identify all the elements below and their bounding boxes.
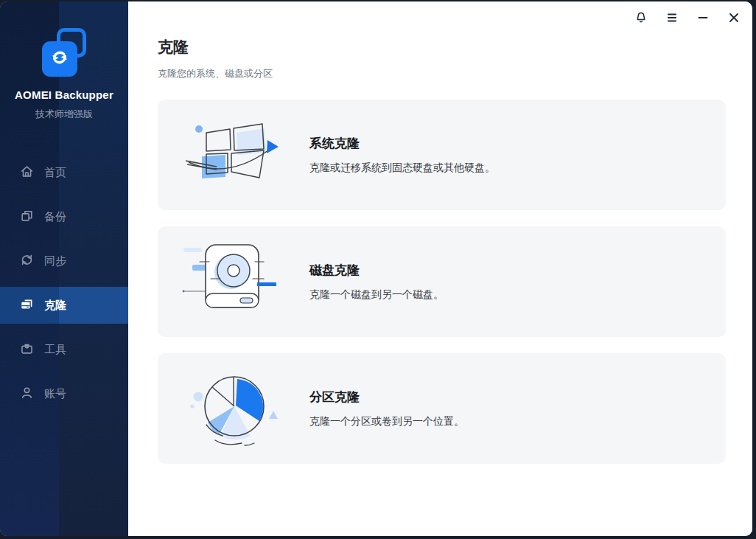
tools-icon bbox=[20, 341, 34, 358]
disk-clone-illustration-icon bbox=[181, 237, 292, 326]
app-logo bbox=[41, 28, 88, 77]
sync-icon bbox=[20, 253, 34, 269]
window-controls bbox=[633, 10, 742, 27]
app-window: AOMEI Backupper 技术师增强版 首页 bbox=[0, 1, 752, 536]
sidebar: AOMEI Backupper 技术师增强版 首页 bbox=[0, 1, 128, 536]
notifications-button[interactable] bbox=[633, 10, 649, 27]
system-clone-illustration-icon bbox=[181, 111, 292, 199]
main-content: 克隆 克隆您的系统、磁盘或分区 bbox=[128, 1, 752, 536]
partition-clone-illustration-icon bbox=[181, 364, 292, 453]
sidebar-item-account[interactable]: 账号 bbox=[0, 372, 128, 416]
clone-icon bbox=[20, 297, 34, 313]
sidebar-item-clone[interactable]: 克隆 bbox=[0, 287, 128, 324]
app-edition: 技术师增强版 bbox=[0, 108, 128, 121]
sidebar-item-label: 工具 bbox=[44, 343, 66, 357]
card-description: 克隆一个分区或卷到另一个位置。 bbox=[309, 415, 464, 428]
card-text: 系统克隆 克隆或迁移系统到固态硬盘或其他硬盘。 bbox=[309, 135, 495, 175]
card-title: 系统克隆 bbox=[309, 135, 495, 152]
card-description: 克隆或迁移系统到固态硬盘或其他硬盘。 bbox=[309, 161, 495, 175]
logo-front-square bbox=[42, 41, 77, 77]
card-partition-clone[interactable]: 分区克隆 克隆一个分区或卷到另一个位置。 bbox=[158, 353, 726, 464]
sync-arrows-icon bbox=[49, 46, 71, 72]
sidebar-item-label: 首页 bbox=[44, 166, 66, 180]
page-subtitle: 克隆您的系统、磁盘或分区 bbox=[158, 67, 752, 80]
bell-icon bbox=[634, 11, 648, 27]
card-description: 克隆一个磁盘到另一个磁盘。 bbox=[309, 288, 444, 302]
sidebar-item-label: 克隆 bbox=[44, 299, 66, 313]
sidebar-nav: 首页 备份 bbox=[0, 150, 128, 416]
sidebar-item-tools[interactable]: 工具 bbox=[0, 327, 128, 372]
sidebar-item-home[interactable]: 首页 bbox=[0, 150, 128, 195]
sidebar-item-backup[interactable]: 备份 bbox=[0, 195, 128, 239]
close-icon bbox=[727, 11, 741, 27]
page-title: 克隆 bbox=[158, 37, 752, 58]
sidebar-item-label: 同步 bbox=[44, 254, 66, 268]
sidebar-item-sync[interactable]: 同步 bbox=[0, 239, 128, 283]
home-icon bbox=[20, 164, 34, 181]
clone-options: 系统克隆 克隆或迁移系统到固态硬盘或其他硬盘。 bbox=[158, 100, 726, 464]
sidebar-item-label: 账号 bbox=[44, 387, 66, 401]
card-text: 分区克隆 克隆一个分区或卷到另一个位置。 bbox=[309, 389, 464, 428]
card-title: 分区克隆 bbox=[309, 389, 464, 406]
sidebar-item-label: 备份 bbox=[44, 210, 66, 224]
card-text: 磁盘克隆 克隆一个磁盘到另一个磁盘。 bbox=[309, 262, 444, 302]
app-name: AOMEI Backupper bbox=[0, 88, 128, 101]
menu-button[interactable] bbox=[664, 10, 680, 27]
minimize-button[interactable] bbox=[695, 10, 711, 27]
hamburger-menu-icon bbox=[665, 11, 679, 27]
minimize-icon bbox=[696, 11, 710, 27]
close-button[interactable] bbox=[726, 10, 742, 27]
card-disk-clone[interactable]: 磁盘克隆 克隆一个磁盘到另一个磁盘。 bbox=[158, 226, 726, 337]
card-system-clone[interactable]: 系统克隆 克隆或迁移系统到固态硬盘或其他硬盘。 bbox=[158, 100, 726, 210]
backup-icon bbox=[20, 209, 34, 225]
account-icon bbox=[20, 386, 34, 402]
card-title: 磁盘克隆 bbox=[309, 262, 444, 279]
